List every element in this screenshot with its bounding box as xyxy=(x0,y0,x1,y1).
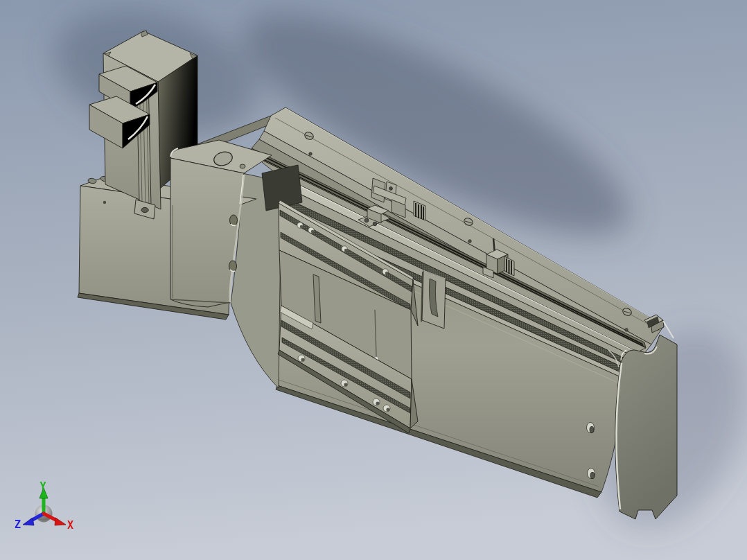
cad-viewport[interactable]: Y Z X xyxy=(0,0,747,560)
switch-plate-hole-1 xyxy=(389,187,393,191)
cable-hook-bracket[interactable] xyxy=(421,270,446,329)
y-axis-label: Y xyxy=(39,480,46,493)
clamp-plate-hole-1 xyxy=(364,218,369,222)
clamp-plate-hole-2 xyxy=(373,222,377,226)
cap-face xyxy=(615,335,677,519)
front-face-hole-1 xyxy=(587,423,595,433)
tower-foot-hole xyxy=(141,207,148,212)
cover-pin-3 xyxy=(625,329,628,331)
housing-bolt-hole-2 xyxy=(229,261,237,272)
front-face-hole-2 xyxy=(588,469,595,479)
z-axis-label: Z xyxy=(15,518,21,531)
cover-pin-2 xyxy=(468,240,471,243)
housing-bolt-hole-1 xyxy=(230,215,238,226)
cover-pin-1 xyxy=(309,152,312,155)
x-axis-label: X xyxy=(67,519,73,532)
plate-dowel-1 xyxy=(103,201,106,204)
housing-top-small-hole xyxy=(240,164,245,168)
